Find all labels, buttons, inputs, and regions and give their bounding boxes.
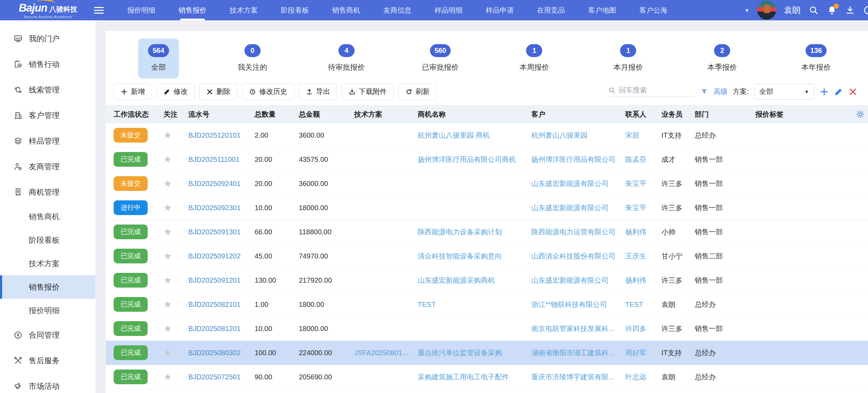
opportunity-link[interactable]: 陕西能源电力设备采购计划 [418, 227, 531, 237]
customer-link[interactable]: 山西清众科技股份有限公司 [531, 251, 625, 261]
global-search-icon[interactable] [808, 5, 819, 15]
nav-item-报价明细[interactable]: 报价明细 [116, 0, 167, 20]
serial-link[interactable]: BJD2025080302 [188, 349, 255, 357]
serial-link[interactable]: BJD2025072501 [188, 373, 255, 381]
scheme-select[interactable]: 全部 ▼ [754, 84, 814, 99]
contact-link[interactable]: 杨利伟 [625, 227, 661, 237]
column-header-tag[interactable]: 报价标签 [755, 110, 868, 119]
table-row[interactable]: 已完成★BJD202509130166.00118800.00陕西能源电力设备采… [106, 220, 868, 244]
contact-link[interactable]: 杨利伟 [625, 276, 661, 285]
table-row[interactable]: 已完成★BJD202507250190.00205690.00采购建筑施工用电工… [106, 365, 868, 389]
sidebar-subitem-销售报价[interactable]: 销售报价 [0, 275, 95, 299]
customer-link[interactable]: 南京电联管家科技发展科... [531, 324, 625, 333]
brand-logo[interactable]: Bajun 八骏科技 Anyone,Anytime,Anywhere! [0, 2, 90, 19]
customer-link[interactable]: 山东盛宏新能源有限公司 [531, 276, 625, 285]
star-icon[interactable]: ★ [163, 275, 172, 285]
clear-scheme-icon[interactable] [848, 87, 857, 96]
nav-item-技术方案[interactable]: 技术方案 [218, 0, 269, 20]
sidebar-item-合同管理[interactable]: 合同管理 [0, 322, 95, 348]
column-header-salesman[interactable]: 业务员 [661, 110, 695, 119]
search-input[interactable] [619, 86, 685, 94]
opportunity-link[interactable]: 山东盛宏新能源采购商机 [418, 276, 531, 285]
删除-button[interactable]: 删除 [199, 83, 237, 100]
新增-button[interactable]: 新增 [114, 83, 152, 100]
serial-link[interactable]: BJD2025091201 [188, 276, 255, 284]
contact-link[interactable]: 许四多 [625, 324, 661, 333]
user-name[interactable]: 袁朗 [784, 5, 801, 16]
star-icon[interactable]: ★ [163, 347, 172, 358]
opportunity-link[interactable]: TEST [418, 301, 531, 309]
sidebar-item-线索管理[interactable]: 线索管理 [0, 77, 95, 103]
customer-link[interactable]: 杭州萧山八骏果园 [531, 131, 625, 140]
tech-plan-link[interactable]: JSFA20250801006 [354, 349, 418, 357]
star-icon[interactable]: ★ [163, 227, 172, 237]
column-header-amount[interactable]: 总金额 [299, 110, 354, 119]
column-header-star[interactable]: 关注 [163, 110, 188, 119]
column-header-contact[interactable]: 联系人 [625, 110, 661, 119]
star-icon[interactable]: ★ [163, 202, 172, 213]
menu-toggle-icon[interactable] [94, 7, 104, 14]
star-icon[interactable]: ★ [163, 299, 172, 310]
customer-link[interactable]: 陕西能源电力运营有限公司 [531, 227, 625, 237]
sidebar-subitem-技术方案[interactable]: 技术方案 [0, 252, 95, 275]
导出-button[interactable]: 导出 [299, 83, 337, 100]
table-row[interactable]: 已完成★BJD2025091201130.00217920.00山东盛宏新能源采… [106, 268, 868, 292]
nav-item-客户公海[interactable]: 客户公海 [628, 0, 679, 20]
serial-link[interactable]: BJD2025081201 [188, 325, 255, 333]
sidebar-item-商机管理[interactable]: 商机管理 [0, 179, 95, 205]
sidebar-subitem-销售商机[interactable]: 销售商机 [0, 205, 95, 228]
stat-tab-box[interactable]: 1本月报价 [604, 39, 653, 78]
serial-link[interactable]: BJD2025091202 [188, 252, 255, 260]
table-row[interactable]: 已完成★BJD202509120245.0074970.00清众科技智能设备采购… [106, 244, 868, 268]
user-avatar[interactable] [757, 1, 776, 20]
contact-link[interactable]: 宋甜 [625, 131, 661, 140]
stat-tab-box[interactable]: 560已审批报价 [412, 39, 469, 78]
sidebar-subitem-报价明细[interactable]: 报价明细 [0, 299, 95, 322]
star-icon[interactable]: ★ [163, 178, 172, 189]
nav-item-样品明细[interactable]: 样品明细 [423, 0, 474, 20]
nav-item-友商信息[interactable]: 友商信息 [372, 0, 423, 20]
serial-link[interactable]: BJD2025111001 [188, 156, 255, 164]
contact-link[interactable]: 周好军 [625, 348, 661, 358]
contact-link[interactable]: 朱宝平 [625, 203, 661, 213]
notifications-bell-icon[interactable] [827, 5, 837, 15]
stat-tab-box[interactable]: 0我关注的 [228, 39, 277, 78]
serial-link[interactable]: BJD2025082101 [188, 301, 255, 309]
contact-link[interactable]: 陈孟芬 [625, 155, 661, 164]
contact-link[interactable]: 朱宝平 [625, 179, 661, 188]
nav-overflow-caret-icon[interactable]: ▼ [744, 7, 749, 13]
star-icon[interactable]: ★ [163, 130, 172, 140]
nav-item-阶段看板[interactable]: 阶段看板 [269, 0, 321, 20]
修改-button[interactable]: 修改 [156, 83, 195, 100]
table-row[interactable]: 未提交★BJD20251201012.003600.00杭州萧山八骏果园 商机杭… [106, 123, 868, 147]
customer-link[interactable]: 山东盛宏新能源有限公司 [531, 203, 625, 213]
opportunity-link[interactable]: 采购建筑施工用电工电子配件 [418, 372, 531, 382]
edit-scheme-icon[interactable] [834, 87, 843, 96]
column-header-opportunity[interactable]: 商机名称 [418, 110, 531, 119]
column-header-qty[interactable]: 总数量 [255, 110, 299, 119]
contact-link[interactable]: 叶志远 [625, 372, 661, 382]
sidebar-item-样品管理[interactable]: 样品管理 [0, 128, 95, 154]
sidebar-item-我的门户[interactable]: 我的门户 [0, 26, 95, 51]
table-row[interactable]: 已完成★BJD202511100120.0043575.00扬州博洋医疗用品有限… [106, 147, 868, 172]
serial-link[interactable]: BJD2025092301 [188, 204, 255, 212]
star-icon[interactable]: ★ [163, 154, 172, 165]
column-header-status[interactable]: 工作流状态 [114, 110, 163, 119]
serial-link[interactable]: BJD2025092401 [188, 180, 255, 188]
column-header-serial[interactable]: 流水号 [188, 110, 255, 119]
customer-link[interactable]: 湖南省衡阳市湖工建筑科... [531, 348, 625, 358]
sidebar-item-售后服务[interactable]: 售后服务 [0, 348, 95, 373]
opportunity-link[interactable]: 扬州博洋医疗用品有限公司商机 [418, 155, 531, 164]
nav-item-在用竞品[interactable]: 在用竞品 [525, 0, 577, 20]
customer-link[interactable]: 扬州博洋医疗用品有限公司 [531, 155, 625, 164]
table-row[interactable]: 已完成★BJD20250821011.001800.00TEST浙江**物联科技… [106, 292, 868, 317]
table-row[interactable]: 已完成★BJD2025080302100.00224000.00JSFA2025… [106, 341, 868, 365]
sidebar-item-销售行动[interactable]: 销售行动 [0, 51, 95, 77]
opportunity-link[interactable]: 杭州萧山八骏果园 商机 [418, 131, 531, 140]
刷新-button[interactable]: 刷新 [398, 83, 437, 100]
contact-link[interactable]: 王庆生 [625, 251, 661, 261]
customer-link[interactable]: 山东盛宏新能源有限公司 [531, 179, 625, 188]
sidebar-item-客户管理[interactable]: 客户管理 [0, 103, 95, 128]
stat-tab-box[interactable]: 4待审批报价 [318, 39, 375, 78]
nav-item-销售商机[interactable]: 销售商机 [321, 0, 372, 20]
